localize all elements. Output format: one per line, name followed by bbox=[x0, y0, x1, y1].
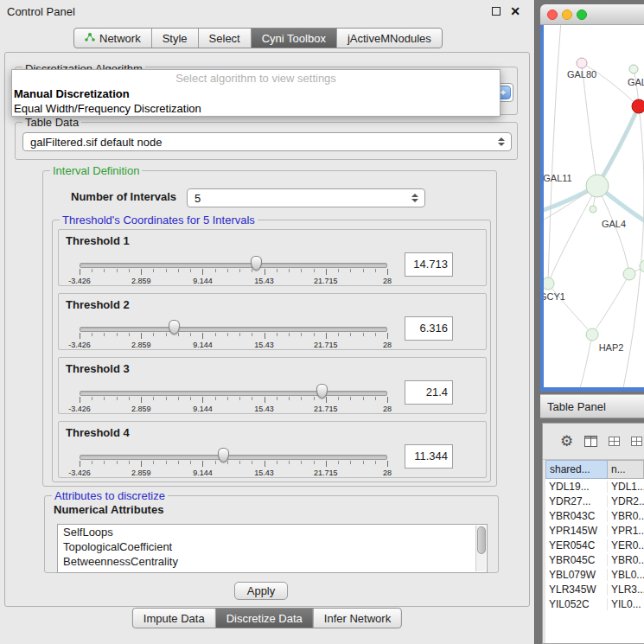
table-cell[interactable]: YBL0... bbox=[608, 569, 644, 581]
table-row[interactable]: YBR043CYBR0... bbox=[545, 508, 644, 523]
table-cell[interactable]: YPR1... bbox=[608, 525, 644, 537]
network-edge[interactable] bbox=[623, 106, 644, 387]
tick-label: 21.715 bbox=[314, 277, 338, 285]
network-edge[interactable] bbox=[580, 335, 592, 387]
network-node[interactable] bbox=[623, 268, 635, 280]
table-panel-header[interactable]: Table Panel bbox=[540, 394, 644, 418]
select-columns-icon[interactable] bbox=[631, 437, 642, 446]
tab-select[interactable]: Select bbox=[199, 29, 252, 48]
network-window-titlebar[interactable] bbox=[540, 4, 644, 25]
tick-label: 2.859 bbox=[131, 405, 151, 413]
dropdown-item-manual-discretization[interactable]: Manual Discretization bbox=[12, 86, 500, 101]
table-cell[interactable]: YIL0... bbox=[608, 598, 644, 610]
list-scrollbar[interactable] bbox=[475, 526, 486, 571]
threshold-value-field[interactable]: 6.316 bbox=[405, 316, 453, 341]
table-cell[interactable]: YLR3... bbox=[608, 583, 644, 596]
network-node[interactable] bbox=[544, 277, 554, 290]
table-row[interactable]: YBL079WYBL0... bbox=[545, 567, 644, 582]
threshold-label: Threshold 2 bbox=[66, 298, 130, 311]
table-cell[interactable]: YDR27... bbox=[545, 495, 608, 507]
network-node[interactable] bbox=[577, 58, 587, 68]
table-cell[interactable]: YBR0... bbox=[608, 554, 644, 566]
tab-style[interactable]: Style bbox=[152, 29, 199, 48]
number-of-intervals-combo[interactable]: 5 bbox=[187, 188, 425, 207]
table-cell[interactable]: YBR045C bbox=[545, 554, 608, 566]
tick-label: 2.859 bbox=[131, 277, 151, 285]
table-cell[interactable]: YBR043C bbox=[545, 510, 608, 522]
threshold-value-field[interactable]: 11.344 bbox=[405, 444, 453, 469]
scrollbar-thumb[interactable] bbox=[477, 526, 486, 554]
apply-button[interactable]: Apply bbox=[234, 582, 288, 600]
combo-updown-icon[interactable] bbox=[498, 137, 505, 146]
slider-track[interactable] bbox=[80, 327, 387, 332]
numerical-attributes-list[interactable]: SelfLoopsTopologicalCoefficientBetweenne… bbox=[57, 524, 488, 573]
tab-cyni-toolbox[interactable]: Cyni Toolbox bbox=[252, 29, 337, 48]
table-data-combo[interactable]: galFiltered.sif default node bbox=[22, 132, 512, 151]
table-options-gear-icon[interactable]: ⚙ bbox=[560, 434, 573, 449]
threshold-label: Threshold 3 bbox=[66, 362, 130, 375]
threshold-slider[interactable]: -3.426 2.859 9.144 15.43 21.715 28 bbox=[80, 448, 387, 477]
table-row[interactable]: YDR27...YDR2... bbox=[545, 494, 644, 508]
table-cell[interactable]: YDL1... bbox=[608, 481, 644, 493]
network-view-window: GAL80GAL8GAL11GAL4GCY1HAP2 bbox=[540, 4, 644, 392]
float-window-icon[interactable] bbox=[492, 7, 501, 16]
threshold-slider[interactable]: -3.426 2.859 9.144 15.43 21.715 28 bbox=[80, 384, 387, 413]
table-cell[interactable]: YPR145W bbox=[545, 525, 608, 537]
table-row[interactable]: YER054CYER0... bbox=[545, 538, 644, 552]
tab-infer-network[interactable]: Infer Network bbox=[314, 609, 401, 628]
table-row[interactable]: YLR345WYLR3... bbox=[545, 582, 644, 596]
network-node[interactable] bbox=[590, 206, 596, 213]
slider-track[interactable] bbox=[80, 391, 387, 396]
control-panel-window: Control Panel ✕ Network Style Select Cyn… bbox=[0, 0, 535, 644]
table-cell[interactable]: YER0... bbox=[608, 539, 644, 552]
close-traffic-light[interactable] bbox=[547, 10, 558, 20]
network-node-selected[interactable] bbox=[632, 99, 644, 113]
column-header-shared-name[interactable]: shared... bbox=[545, 460, 608, 479]
table-cell[interactable]: YIL052C bbox=[545, 598, 608, 610]
attribute-item[interactable]: BetweennessCentrality bbox=[58, 554, 487, 569]
network-node[interactable] bbox=[586, 175, 609, 197]
show-columns-icon[interactable] bbox=[609, 437, 620, 446]
network-edge[interactable] bbox=[548, 25, 561, 284]
table-cell[interactable]: YDR2... bbox=[608, 495, 644, 507]
network-node[interactable] bbox=[629, 65, 638, 73]
network-edge[interactable] bbox=[582, 63, 597, 186]
network-node[interactable] bbox=[586, 328, 598, 341]
network-edge[interactable] bbox=[592, 274, 629, 335]
column-layout-icon[interactable] bbox=[584, 436, 597, 447]
tab-impute-data[interactable]: Impute Data bbox=[133, 609, 216, 628]
slider-track[interactable] bbox=[80, 455, 387, 460]
table-cell[interactable]: YBL079W bbox=[545, 569, 608, 581]
table-row[interactable]: YBR045CYBR0... bbox=[545, 552, 644, 567]
minimize-traffic-light[interactable] bbox=[562, 10, 572, 20]
tab-network[interactable]: Network bbox=[74, 29, 152, 48]
table-row[interactable]: YDL19...YDL1... bbox=[545, 479, 644, 494]
table-cell[interactable]: YLR345W bbox=[545, 583, 608, 596]
tab-jactivemnodules[interactable]: jActiveMNodules bbox=[337, 29, 442, 48]
tick-label: 21.715 bbox=[314, 469, 338, 477]
table-data-combo-value: galFiltered.sif default node bbox=[30, 136, 162, 149]
zoom-traffic-light[interactable] bbox=[577, 10, 587, 20]
table-cell[interactable]: YBR0... bbox=[608, 510, 644, 522]
threshold-value-field[interactable]: 21.4 bbox=[405, 380, 453, 405]
table-row[interactable]: YPR145WYPR1... bbox=[545, 523, 644, 538]
attribute-item[interactable]: TopologicalCoefficient bbox=[58, 539, 487, 554]
network-node-label: GAL4 bbox=[602, 219, 626, 229]
number-of-intervals-value: 5 bbox=[194, 192, 201, 205]
column-header-name[interactable]: n... bbox=[608, 460, 644, 479]
close-icon[interactable]: ✕ bbox=[510, 5, 520, 17]
network-node-label: GAL80 bbox=[567, 69, 596, 80]
threshold-slider[interactable]: -3.426 2.859 9.144 15.43 21.715 28 bbox=[80, 320, 387, 349]
combo-updown-icon[interactable] bbox=[411, 194, 418, 202]
dropdown-item-equal-width-frequency[interactable]: Equal Width/Frequency Discretization bbox=[12, 101, 500, 116]
attribute-item[interactable]: SelfLoops bbox=[58, 525, 487, 539]
threshold-slider[interactable]: -3.426 2.859 9.144 15.43 21.715 28 bbox=[80, 256, 387, 285]
tab-discretize-data[interactable]: Discretize Data bbox=[216, 609, 314, 628]
table-cell[interactable]: YDL19... bbox=[545, 481, 608, 493]
slider-track[interactable] bbox=[80, 263, 387, 268]
network-canvas[interactable]: GAL80GAL8GAL11GAL4GCY1HAP2 bbox=[544, 25, 644, 387]
table-body[interactable]: YDL19...YDL1...YDR27...YDR2...YBR043CYBR… bbox=[545, 479, 644, 643]
table-row[interactable]: YIL052CYIL0... bbox=[545, 596, 644, 611]
threshold-value-field[interactable]: 14.713 bbox=[405, 252, 453, 277]
table-cell[interactable]: YER054C bbox=[545, 539, 608, 552]
